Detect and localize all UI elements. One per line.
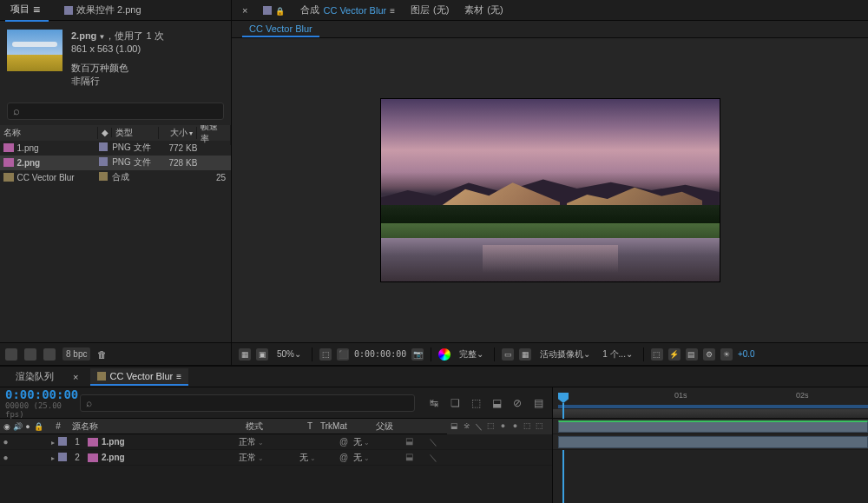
tab-timeline-comp[interactable]: CC Vector Blur [90, 368, 188, 386]
asset-thumbnail[interactable] [7, 30, 62, 71]
project-item[interactable]: CC Vector Blur 合成 25 [0, 170, 231, 185]
label-color-icon[interactable] [58, 453, 67, 461]
comp-icon [3, 173, 14, 182]
viewer-layer-tab[interactable]: 图层 (无) [407, 2, 452, 18]
graph-editor-icon[interactable]: ▤ [531, 396, 545, 410]
asset-dropdown-icon[interactable] [96, 30, 105, 41]
shy-icon[interactable]: ⬚ [469, 396, 483, 410]
grid-icon[interactable]: ▦ [519, 348, 531, 361]
label-color-icon[interactable] [99, 157, 108, 166]
av-switches-header: ◉🔊●🔒 [0, 422, 48, 431]
reset-exposure-icon[interactable]: ☀ [720, 348, 733, 361]
tab-project[interactable]: 项目 [5, 0, 49, 22]
viewer-comp-tab[interactable]: 合成 CC Vector Blur [297, 2, 398, 18]
audio-switch-icon: 🔊 [13, 422, 22, 431]
col-type[interactable]: 类型 [112, 127, 159, 139]
visibility-toggle[interactable] [0, 437, 11, 447]
timeline-search-input[interactable] [80, 394, 415, 412]
col-label[interactable]: ◆ [98, 128, 112, 137]
label-color-icon[interactable] [58, 437, 67, 446]
blend-mode-dropdown[interactable]: 正常 [235, 436, 280, 448]
channel-icon[interactable] [438, 348, 450, 361]
project-item[interactable]: 1.png PNG 文件 772 KB [0, 141, 231, 156]
project-search-input[interactable] [7, 103, 224, 120]
col-source-name[interactable]: 源名称 [69, 420, 242, 433]
frame-blend-icon[interactable]: ⬓ [490, 396, 503, 410]
blend-mode-dropdown[interactable]: 正常 [235, 452, 280, 464]
tab-effect-controls[interactable]: 效果控件 2.png [59, 0, 147, 20]
pickwhip-icon[interactable]: @ [338, 453, 350, 462]
label-color-icon[interactable] [99, 142, 108, 151]
camera-dropdown[interactable]: 活动摄像机 [536, 347, 594, 362]
new-comp-icon[interactable] [43, 348, 56, 361]
twirl-icon[interactable] [48, 453, 58, 462]
pickwhip-icon[interactable]: @ [338, 437, 350, 447]
parent-dropdown[interactable]: 无 [350, 452, 400, 464]
resolution-dropdown[interactable]: 完整 [456, 347, 487, 362]
new-folder-icon[interactable] [24, 348, 36, 361]
flowchart-icon[interactable]: ⚙ [703, 348, 715, 361]
pixel-aspect-icon[interactable]: ⬚ [651, 348, 663, 361]
col-mode[interactable]: 模式 [242, 420, 299, 433]
trkmat-dropdown[interactable]: 无 [296, 452, 338, 464]
close-tab-icon[interactable]: × [239, 3, 251, 17]
layer-duration-bar[interactable] [558, 436, 868, 448]
trash-icon[interactable] [97, 349, 107, 360]
snapshot-icon[interactable]: 📷 [411, 348, 424, 361]
composition-viewer[interactable] [232, 38, 868, 342]
layer-switches-header: ⬓※＼⬚●●⬚⬚ [447, 419, 552, 434]
col-size[interactable]: 大小 [159, 127, 197, 139]
transparency-grid-icon[interactable]: ▣ [256, 348, 268, 361]
panel-menu-icon[interactable] [33, 3, 43, 17]
draft-3d-icon[interactable]: ❏ [448, 396, 462, 410]
exposure-value[interactable]: +0.0 [738, 349, 755, 359]
footage-icon [88, 453, 98, 462]
video-switch-icon: ◉ [3, 422, 11, 431]
parent-dropdown[interactable]: 无 [350, 436, 400, 448]
tag-icon [97, 372, 106, 381]
col-name[interactable]: 名称 [0, 127, 98, 139]
solo-switch-icon: ● [23, 422, 32, 431]
label-color-icon[interactable] [99, 172, 108, 181]
roi-icon[interactable]: ▭ [502, 348, 514, 361]
interpret-footage-icon[interactable] [5, 348, 17, 361]
footage-icon [88, 438, 98, 447]
layer-duration-bar[interactable] [558, 420, 868, 433]
time-ruler[interactable]: 01s 02s [553, 387, 868, 419]
comp-sub-tab[interactable]: CC Vector Blur [242, 22, 319, 37]
mask-icon[interactable]: ⬛ [337, 348, 349, 361]
layer-row[interactable]: 2 2.png 正常 无 @ 无 ⬓ ＼ [0, 450, 552, 466]
visibility-toggle[interactable] [0, 453, 11, 462]
composition-panel: × 合成 CC Vector Blur 图层 (无) 素材 (无) CC Vec… [232, 0, 868, 365]
viewer-footage-tab[interactable]: 素材 (无) [461, 2, 506, 18]
col-trkmat[interactable]: TrkMat [320, 421, 372, 431]
zoom-dropdown[interactable]: 50% [273, 347, 305, 361]
project-item[interactable]: 2.png PNG 文件 728 KB [0, 156, 231, 170]
tab-render-queue[interactable]: 渲染队列 [9, 367, 61, 386]
playhead[interactable] [558, 387, 569, 419]
col-parent[interactable]: 父级 [372, 420, 447, 433]
col-t[interactable]: T [299, 421, 320, 431]
tag-icon [263, 6, 272, 15]
current-timecode[interactable]: 0:00:00:00 [5, 387, 69, 401]
asset-dimensions: 861 x 563 (1.00) [71, 43, 164, 56]
layer-row[interactable]: 1 1.png 正常 @ 无 ⬓ ＼ [0, 434, 552, 450]
col-layer-num[interactable]: # [48, 421, 69, 431]
col-framerate[interactable]: 帧速率 [197, 125, 231, 145]
always-preview-icon[interactable]: ▦ [239, 348, 251, 361]
twirl-icon[interactable] [48, 437, 58, 447]
fast-previews-icon[interactable]: ⬚ [319, 348, 332, 361]
fast-preview-icon[interactable]: ⚡ [668, 348, 681, 361]
timeline-icon[interactable]: ▤ [686, 348, 698, 361]
bpc-button[interactable]: 8 bpc [62, 347, 90, 361]
work-area-bar[interactable] [558, 405, 868, 408]
asset-alpha: 非隔行 [71, 75, 164, 88]
views-dropdown[interactable]: 1 个... [599, 347, 636, 362]
motion-blur-icon[interactable]: ⊘ [510, 396, 524, 410]
comp-mini-flowchart-icon[interactable]: ↹ [427, 396, 441, 410]
close-tab-icon[interactable]: × [66, 369, 85, 385]
lock-switch-icon: 🔒 [34, 422, 43, 431]
lock-icon[interactable] [275, 5, 285, 16]
ruler-tick: 02s [796, 391, 809, 400]
viewer-timecode[interactable]: 0:00:00:00 [354, 349, 406, 359]
